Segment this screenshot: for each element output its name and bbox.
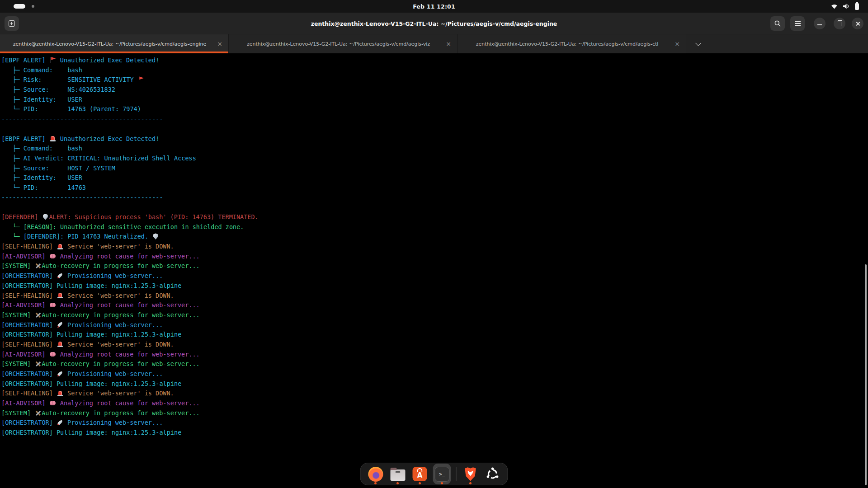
terminal-line: [ORCHESTRATOR] Pulling image: nginx:1.25… xyxy=(1,428,868,438)
terminal-line: [ORCHESTRATOR] Pulling image: nginx:1.25… xyxy=(1,281,868,291)
brain-emoji-icon xyxy=(49,253,57,259)
dock-item-terminal[interactable]: >_ xyxy=(433,463,451,485)
terminal-line: [ORCHESTRATOR] Provisioning web-server..… xyxy=(1,418,868,428)
terminal-line: [AI-ADVISOR] Analyzing root cause for we… xyxy=(1,399,868,408)
battery-icon xyxy=(855,3,859,10)
tab-close-button[interactable]: × xyxy=(216,40,224,48)
tab-bar: zenthix@zenthix-Lenovo-V15-G2-ITL-Ua: ~/… xyxy=(0,34,868,53)
terminal-line: ----------------------------------------… xyxy=(1,193,868,203)
terminal-line: └─ [REASON]: Unauthorized sensitive exec… xyxy=(1,222,868,232)
terminal-line: [SELF-HEALING] Service 'web-server' is D… xyxy=(1,291,868,301)
terminal-line xyxy=(1,202,868,212)
shield-emoji-icon xyxy=(42,214,49,221)
terminal-line: [SYSTEM] Auto-recovery in progress for w… xyxy=(1,261,868,271)
terminal-line: ├─ Risk: SENSITIVE ACTIVITY xyxy=(1,75,868,85)
tools-emoji-icon xyxy=(34,311,42,318)
system-tray[interactable] xyxy=(831,0,859,13)
search-button[interactable] xyxy=(770,16,785,31)
brain-emoji-icon xyxy=(49,302,57,309)
minimize-icon xyxy=(817,24,822,25)
rocket-emoji-icon xyxy=(57,321,64,328)
terminal-line: ├─ Source: NS:4026531832 xyxy=(1,85,868,95)
running-indicator-dot xyxy=(441,482,443,484)
brain-emoji-icon xyxy=(49,400,57,407)
terminal-line: [ORCHESTRATOR] Provisioning web-server..… xyxy=(1,320,868,330)
running-indicator-dot xyxy=(469,482,472,484)
rocket-emoji-icon xyxy=(57,371,64,377)
terminal-line: [ORCHESTRATOR] Pulling image: nginx:1.25… xyxy=(1,330,868,340)
dock: A>_ xyxy=(360,463,508,485)
terminal-line: [DEFENDER] ALERT: Suspicious process 'ba… xyxy=(1,212,868,222)
rocket-emoji-icon xyxy=(57,272,64,279)
close-button[interactable] xyxy=(852,18,863,29)
flag-emoji-icon xyxy=(137,76,145,83)
terminal-line: └─ PID: 14763 xyxy=(1,183,868,193)
dock-item-ubuntu-software[interactable]: A xyxy=(411,463,429,485)
close-icon xyxy=(855,21,860,26)
restore-icon xyxy=(837,22,841,26)
window-title: zenthix@zenthix-Lenovo-V15-G2-ITL-Ua: ~/… xyxy=(0,13,868,34)
dock-item-files[interactable] xyxy=(389,463,407,485)
terminal-line: [AI-ADVISOR] Analyzing root cause for we… xyxy=(1,300,868,310)
tools-emoji-icon xyxy=(34,361,42,367)
terminal-line: [SELF-HEALING] Service 'web-server' is D… xyxy=(1,389,868,399)
tab-label: zenthix@zenthix-Lenovo-V15-G2-ITL-Ua: ~/… xyxy=(235,34,442,53)
terminal-line: [AI-ADVISOR] Analyzing root cause for we… xyxy=(1,350,868,360)
siren-emoji-icon xyxy=(57,243,64,250)
terminal-line: [SELF-HEALING] Service 'web-server' is D… xyxy=(1,242,868,252)
terminal-line: [EBPF ALERT] Unauthorized Exec Detected! xyxy=(1,56,868,66)
tab-close-button[interactable]: × xyxy=(673,40,681,48)
tab-label: zenthix@zenthix-Lenovo-V15-G2-ITL-Ua: ~/… xyxy=(464,34,670,53)
minimize-button[interactable] xyxy=(814,18,826,29)
running-indicator-dot xyxy=(419,482,421,484)
siren-emoji-icon xyxy=(57,292,64,299)
terminal-line: [ORCHESTRATOR] Provisioning web-server..… xyxy=(1,271,868,281)
rocket-emoji-icon xyxy=(57,419,64,426)
terminal-line: ├─ Identity: USER xyxy=(1,173,868,183)
scrollbar-thumb[interactable] xyxy=(865,264,867,485)
terminal-output[interactable]: [EBPF ALERT] Unauthorized Exec Detected!… xyxy=(0,53,868,488)
gnome-top-bar: Feb 11 12:01 xyxy=(0,0,868,13)
terminal-line: └─ [DEFENDER]: PID 14763 Neutralized. xyxy=(1,232,868,242)
hamburger-icon xyxy=(795,21,801,26)
menu-button[interactable] xyxy=(790,16,805,31)
terminal-line: [EBPF ALERT] Unauthorized Exec Detected! xyxy=(1,134,868,144)
tab-3[interactable]: zenthix@zenthix-Lenovo-V15-G2-ITL-Ua: ~/… xyxy=(458,34,686,53)
tools-emoji-icon xyxy=(34,263,42,269)
dock-item-firefox[interactable] xyxy=(367,463,385,485)
terminal-line: ├─ Source: HOST / SYSTEM xyxy=(1,164,868,174)
terminal-line: [SELF-HEALING] Service 'web-server' is D… xyxy=(1,340,868,350)
terminal-line: ├─ AI Verdict: CRITICAL: Unauthorized Sh… xyxy=(1,154,868,164)
terminal-active-tile: >_ xyxy=(433,464,451,484)
network-icon xyxy=(831,3,838,9)
terminal-line: [SYSTEM] Auto-recovery in progress for w… xyxy=(1,310,868,320)
tools-emoji-icon xyxy=(34,409,42,416)
tab-overflow-button[interactable] xyxy=(693,38,703,49)
tab-1[interactable]: zenthix@zenthix-Lenovo-V15-G2-ITL-Ua: ~/… xyxy=(0,34,229,53)
dock-item-brave[interactable] xyxy=(462,463,480,485)
dock-item-show-apps[interactable] xyxy=(484,463,502,485)
terminal-line: [SYSTEM] Auto-recovery in progress for w… xyxy=(1,408,868,418)
tab-label: zenthix@zenthix-Lenovo-V15-G2-ITL-Ua: ~/… xyxy=(6,34,213,53)
terminal-icon: >_ xyxy=(434,467,449,482)
brain-emoji-icon xyxy=(49,351,57,357)
ubuntu-show-apps-icon xyxy=(486,467,500,481)
chevron-down-icon xyxy=(695,40,701,46)
desktop: Feb 11 12:01 zenthix@zenthix-Lenovo-V15-… xyxy=(0,0,868,488)
maximize-button[interactable] xyxy=(834,18,845,29)
terminal-line: ├─ Identity: USER xyxy=(1,95,868,105)
terminal-line: ├─ Command: bash xyxy=(1,144,868,154)
shield-emoji-icon xyxy=(152,233,159,240)
clock[interactable]: Feb 11 12:01 xyxy=(0,0,868,13)
flag-emoji-icon xyxy=(49,57,57,64)
terminal-line: [SYSTEM] Auto-recovery in progress for w… xyxy=(1,359,868,369)
siren-emoji-icon xyxy=(57,390,64,397)
ubuntu-software-icon: A xyxy=(413,467,427,481)
terminal-line: ├─ Command: bash xyxy=(1,66,868,75)
running-indicator-dot xyxy=(396,482,399,484)
tab-close-button[interactable]: × xyxy=(444,40,453,48)
terminal-line: [ORCHESTRATOR] Provisioning web-server..… xyxy=(1,369,868,379)
files-folder-icon xyxy=(390,469,405,481)
tab-2[interactable]: zenthix@zenthix-Lenovo-V15-G2-ITL-Ua: ~/… xyxy=(229,34,458,53)
brave-icon xyxy=(464,467,477,482)
